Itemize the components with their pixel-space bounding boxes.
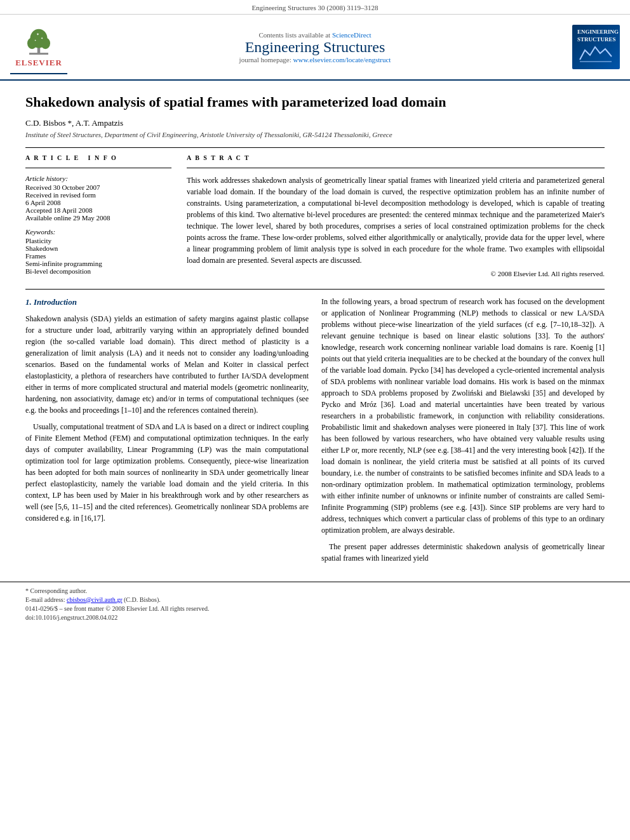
doi-text: doi:10.1016/j.engstruct.2008.04.022	[25, 614, 605, 621]
journal-center-info: Contents lists available at ScienceDirec…	[67, 31, 563, 63]
abstract-divider	[187, 168, 605, 168]
elsevier-wordmark: ✦ ✦ ✦ ELSEVIER	[15, 25, 62, 68]
keyword-1: Plasticity	[25, 237, 171, 244]
journal-header: ✦ ✦ ✦ ELSEVIER Contents lists available …	[0, 15, 630, 81]
email-link[interactable]: cbisbos@civil.auth.gr	[67, 596, 123, 603]
elsevier-brand-text: ELSEVIER	[15, 58, 62, 68]
email-suffix: (C.D. Bisbos).	[124, 596, 161, 603]
journal-title: Engineering Structures	[67, 39, 563, 56]
sciencedirect-link[interactable]: ScienceDirect	[332, 31, 372, 39]
paper-container: Shakedown analysis of spatial frames wit…	[0, 81, 630, 582]
eng-struct-logo: ENGINEERING STRUCTURES	[572, 25, 620, 69]
footer: * Corresponding author. E-mail address: …	[0, 582, 630, 628]
right-para-2: The present paper addresses deterministi…	[321, 541, 605, 564]
accepted-value: Accepted 18 April 2008	[25, 206, 171, 214]
footnote-star: * Corresponding author.	[25, 587, 605, 594]
intro-para-1: Shakedown analysis (SDA) yields an estim…	[25, 313, 309, 416]
abstract-label: A B S T R A C T	[187, 154, 605, 161]
issn-text: 0141-0296/$ – see front matter © 2008 El…	[25, 605, 605, 612]
received-value: Received 30 October 2007	[25, 183, 171, 191]
history-label: Article history:	[25, 175, 171, 182]
info-divider	[25, 168, 171, 168]
logo-line2: STRUCTURES	[577, 36, 615, 44]
keywords-list: Plasticity Shakedown Frames Semi-infinit…	[25, 237, 171, 275]
article-info-label: A R T I C L E I N F O	[25, 154, 171, 161]
article-history-block: Article history: Received 30 October 200…	[25, 175, 171, 222]
authors-text: C.D. Bisbos *, A.T. Ampatzis	[25, 118, 123, 128]
body-divider	[25, 289, 605, 290]
footnote-email: E-mail address: cbisbos@civil.auth.gr (C…	[25, 596, 605, 603]
paper-title: Shakedown analysis of spatial frames wit…	[25, 93, 605, 112]
keyword-5: Bi-level decomposition	[25, 267, 171, 275]
svg-text:✦: ✦	[36, 32, 39, 36]
abstract-text: This work addresses shakedown analysis o…	[187, 175, 605, 266]
homepage-label: journal homepage:	[239, 56, 292, 63]
body-right-col: In the following years, a broad spectrum…	[321, 296, 605, 569]
logo-line1: ENGINEERING	[577, 29, 615, 36]
elsevier-logo: ✦ ✦ ✦ ELSEVIER	[10, 20, 67, 74]
email-label: E-mail address:	[25, 596, 65, 603]
body-cols: 1. Introduction Shakedown analysis (SDA)…	[25, 296, 605, 569]
journal-volume-info: Engineering Structures 30 (2008) 3119–31…	[0, 0, 630, 15]
sd-text: Contents lists available at	[258, 31, 330, 39]
article-info-col: A R T I C L E I N F O Article history: R…	[25, 154, 171, 277]
intro-title: Introduction	[34, 297, 77, 307]
elsevier-tree-icon: ✦ ✦ ✦	[20, 25, 58, 57]
svg-text:✦: ✦	[41, 37, 43, 40]
keywords-label: Keywords:	[25, 228, 171, 236]
keyword-3: Frames	[25, 252, 171, 260]
article-cols: A R T I C L E I N F O Article history: R…	[25, 154, 605, 277]
sciencedirect-link-text: Contents lists available at ScienceDirec…	[67, 31, 563, 39]
abstract-copyright: © 2008 Elsevier Ltd. All rights reserved…	[187, 270, 605, 277]
available-value: Available online 29 May 2008	[25, 214, 171, 222]
title-divider	[25, 147, 605, 148]
right-para-1: In the following years, a broad spectrum…	[321, 296, 605, 536]
journal-logo-right: ENGINEERING STRUCTURES	[563, 25, 620, 69]
svg-rect-1	[29, 53, 48, 55]
body-left-col: 1. Introduction Shakedown analysis (SDA)…	[25, 296, 309, 569]
logo-graphic-icon	[579, 44, 613, 63]
footnote-star-text: * Corresponding author.	[25, 587, 87, 594]
revised-date: 6 April 2008	[25, 199, 171, 206]
paper-affiliation: Institute of Steel Structures, Departmen…	[25, 131, 605, 138]
homepage-link[interactable]: www.elsevier.com/locate/engstruct	[293, 56, 391, 63]
volume-text: Engineering Structures 30 (2008) 3119–31…	[252, 4, 379, 11]
keywords-block: Keywords: Plasticity Shakedown Frames Se…	[25, 228, 171, 275]
abstract-col: A B S T R A C T This work addresses shak…	[187, 154, 605, 277]
journal-homepage: journal homepage: www.elsevier.com/locat…	[67, 56, 563, 63]
paper-authors: C.D. Bisbos *, A.T. Ampatzis	[25, 118, 605, 128]
intro-number: 1.	[25, 297, 32, 307]
keyword-4: Semi-infinite programming	[25, 260, 171, 267]
revised-label: Received in revised form	[25, 191, 171, 199]
intro-para-2: Usually, computational treatment of SDA …	[25, 421, 309, 524]
keyword-2: Shakedown	[25, 244, 171, 252]
intro-heading: 1. Introduction	[25, 296, 309, 309]
